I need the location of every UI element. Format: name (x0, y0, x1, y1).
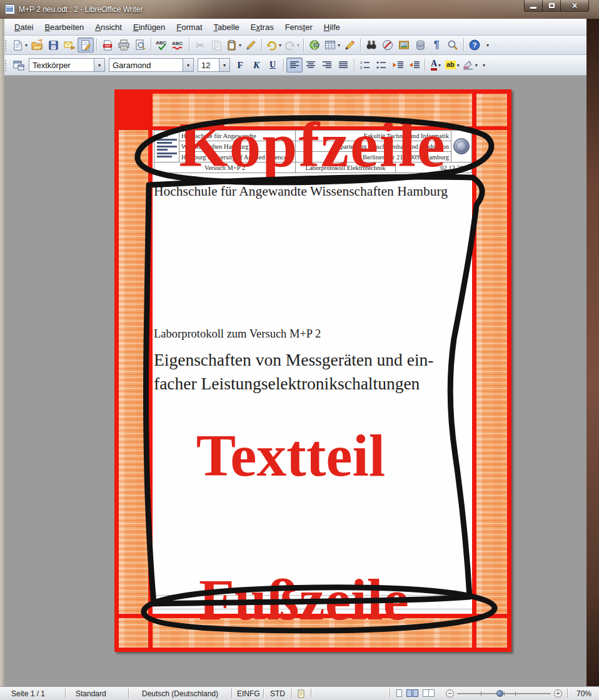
underline-button[interactable]: U (264, 58, 281, 72)
book-view-icon[interactable] (422, 689, 436, 698)
status-insert-mode[interactable]: EINFG (232, 689, 263, 698)
body-text-line: Hochschule für Angewandte Wissenschaften… (154, 184, 448, 199)
body-text-line: Laborprotokoll zum Versuch M+P 2 (154, 328, 321, 341)
document-workspace[interactable]: Hochschule für Angewandte Fakultät Techn… (0, 76, 599, 686)
font-color-button[interactable]: A ▾ (428, 58, 444, 72)
chevron-down-icon[interactable]: ▾ (475, 62, 478, 68)
zoom-in-button[interactable]: + (554, 689, 562, 698)
find-replace-button[interactable] (363, 38, 380, 52)
export-pdf-icon: PDF (102, 39, 114, 51)
toolbar-overflow-icon[interactable]: ▾ (486, 42, 489, 48)
styles-panel-icon (13, 59, 25, 71)
save-button[interactable] (45, 38, 61, 52)
export-pdf-button[interactable]: PDF (99, 38, 116, 52)
chevron-down-icon[interactable]: ▾ (219, 59, 229, 71)
font-name-value[interactable]: Garamond (109, 61, 183, 70)
numbered-list-button[interactable]: 12 (357, 58, 373, 72)
navigator-button[interactable] (380, 38, 396, 52)
maximize-icon (549, 3, 555, 8)
minimize-button[interactable] (524, 0, 543, 12)
window-border-left (0, 19, 4, 686)
align-center-button[interactable] (303, 58, 319, 72)
chevron-down-icon[interactable]: ▾ (279, 42, 281, 48)
print-button[interactable] (116, 38, 132, 52)
chevron-down-icon[interactable]: ▾ (239, 42, 241, 48)
paste-button[interactable]: ▾ (224, 38, 243, 52)
format-paintbrush-button[interactable] (243, 38, 259, 52)
toolbar-separator (151, 39, 151, 51)
align-right-button[interactable] (319, 58, 335, 72)
bullet-list-button[interactable] (373, 58, 390, 72)
toolbar-grip[interactable] (4, 39, 8, 51)
chevron-down-icon[interactable]: ▾ (338, 42, 340, 48)
redo-button: ▾ (283, 38, 301, 52)
paragraph-style-combobox[interactable]: Textkörper ▾ (29, 58, 105, 72)
spellcheck-button[interactable]: ABC (154, 38, 170, 52)
status-selection-mode[interactable]: STD (264, 689, 291, 698)
formatting-toolbar: Textkörper ▾ Garamond ▾ 12 ▾ F K U 12 (0, 55, 599, 76)
paragraph-style-value[interactable]: Textkörper (29, 61, 94, 70)
zoom-out-button[interactable]: − (446, 689, 454, 698)
data-sources-button[interactable] (412, 38, 428, 52)
gallery-button[interactable] (396, 38, 412, 52)
highlighting-button[interactable]: ab ▾ (444, 58, 461, 72)
zoom-button[interactable] (445, 38, 461, 52)
menu-item-tabelle[interactable]: Tabelle (208, 20, 245, 34)
increase-indent-button[interactable] (406, 58, 422, 72)
italic-button[interactable]: K (248, 58, 264, 72)
email-button[interactable] (61, 38, 78, 52)
menu-item-fenster[interactable]: Fenster (279, 20, 318, 34)
chevron-down-icon[interactable]: ▾ (94, 59, 104, 71)
align-justify-icon (338, 59, 349, 71)
close-button[interactable]: × (560, 0, 589, 12)
background-color-button[interactable]: ▾ (461, 58, 479, 72)
menu-item-format[interactable]: Format (171, 20, 208, 34)
draw-functions-button[interactable] (341, 38, 358, 52)
document-page[interactable]: Hochschule für Angewandte Fakultät Techn… (114, 89, 511, 652)
menu-item-einfuegen[interactable]: Einfügen (128, 20, 171, 34)
formatting-marks-button[interactable]: ¶ (428, 38, 445, 52)
auto-spellcheck-button[interactable]: ABC (170, 38, 186, 52)
hyperlink-button[interactable] (306, 38, 323, 52)
insert-table-button[interactable]: ▾ (323, 38, 341, 52)
edit-mode-button[interactable] (78, 38, 94, 52)
status-document-modified[interactable] (292, 689, 311, 698)
status-zoom-level[interactable]: 70% (568, 689, 599, 698)
multi-page-view-icon[interactable] (406, 689, 420, 698)
numbered-list-icon: 12 (360, 59, 371, 71)
font-size-combobox[interactable]: 12 ▾ (198, 58, 230, 72)
font-size-value[interactable]: 12 (198, 61, 219, 70)
chevron-down-icon[interactable]: ▾ (438, 62, 441, 68)
zoom-slider-thumb[interactable] (496, 690, 503, 697)
toolbar-overflow-icon[interactable]: ▾ (483, 62, 485, 68)
toolbar-separator (96, 39, 97, 51)
help-button[interactable]: ? (466, 38, 483, 52)
undo-button[interactable]: ▾ (264, 38, 283, 52)
maximize-button[interactable] (543, 0, 560, 12)
open-button[interactable] (29, 38, 45, 52)
align-left-button[interactable] (286, 58, 303, 72)
menu-item-datei[interactable]: Datei (9, 20, 39, 34)
align-justify-button[interactable] (335, 58, 351, 72)
bold-button[interactable]: F (232, 58, 248, 72)
decrease-indent-button[interactable] (390, 58, 406, 72)
status-page-style[interactable]: Standard (66, 689, 128, 698)
zoom-slider-tick (504, 691, 505, 696)
font-name-combobox[interactable]: Garamond ▾ (109, 58, 194, 72)
page-preview-button[interactable] (132, 38, 148, 52)
toolbar-grip[interactable] (4, 59, 8, 71)
cut-button: ✂ (192, 38, 208, 52)
single-page-view-icon[interactable] (395, 689, 403, 698)
new-document-button[interactable]: ▾ (11, 38, 29, 52)
menu-item-ansicht[interactable]: Ansicht (89, 20, 128, 34)
menu-item-hilfe[interactable]: Hilfe (318, 20, 346, 34)
menu-item-extras[interactable]: Extras (245, 20, 279, 34)
status-language[interactable]: Deutsch (Deutschland) (129, 689, 231, 698)
styles-panel-button[interactable] (11, 58, 27, 72)
chevron-down-icon[interactable]: ▾ (25, 42, 28, 48)
chevron-down-icon[interactable]: ▾ (457, 62, 460, 68)
chevron-down-icon[interactable]: ▾ (183, 59, 193, 71)
menu-item-bearbeiten[interactable]: Bearbeiten (39, 20, 89, 34)
status-page-count[interactable]: Seite 1 / 1 (0, 689, 65, 698)
zoom-slider[interactable] (457, 689, 551, 698)
